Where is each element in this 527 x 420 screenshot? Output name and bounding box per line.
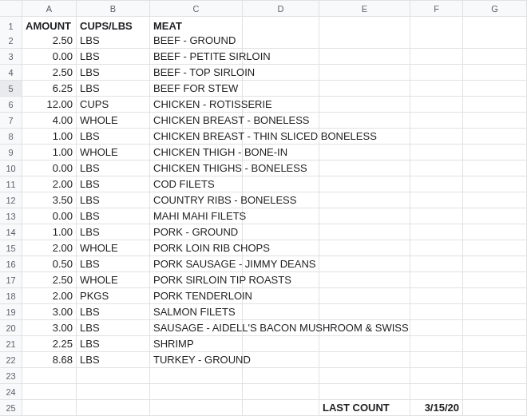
cell-meat[interactable]: PORK - GROUND: [150, 224, 243, 240]
cell-empty[interactable]: [319, 176, 410, 192]
cell-unit[interactable]: LBS: [77, 224, 150, 240]
column-header-c[interactable]: C: [150, 1, 243, 17]
cell-amount[interactable]: 8.68: [22, 352, 77, 368]
cell-meat[interactable]: CHICKEN THIGH - BONE-IN: [150, 145, 243, 160]
cell-empty[interactable]: [319, 352, 410, 368]
cell-meat[interactable]: CHICKEN - ROTISSERIE: [150, 97, 243, 113]
row-header-9[interactable]: 9: [0, 145, 22, 160]
cell-empty[interactable]: [410, 49, 463, 65]
cell-unit[interactable]: LBS: [77, 336, 150, 352]
cell-empty[interactable]: [319, 113, 410, 129]
column-header-d[interactable]: D: [243, 1, 319, 17]
cell-amount[interactable]: 12.00: [22, 97, 77, 113]
cell-empty[interactable]: [22, 368, 77, 384]
cell-amount[interactable]: 0.00: [22, 49, 77, 65]
cell-empty[interactable]: [463, 97, 527, 113]
cell-meat[interactable]: PORK LOIN RIB CHOPS: [150, 240, 243, 256]
cell-meat[interactable]: MAHI MAHI FILETS: [150, 208, 243, 224]
cell-unit[interactable]: LBS: [77, 176, 150, 192]
cell-empty[interactable]: [150, 368, 243, 384]
cell-amount[interactable]: 3.00: [22, 304, 77, 320]
cell-meat[interactable]: BEEF - TOP SIRLOIN: [150, 65, 243, 81]
cell-amount[interactable]: 2.50: [22, 272, 77, 288]
cell-empty[interactable]: [243, 384, 319, 400]
cell-empty[interactable]: [243, 81, 319, 97]
cell-empty[interactable]: [463, 81, 527, 97]
cell-empty[interactable]: [410, 384, 463, 400]
cell-empty[interactable]: [319, 256, 410, 272]
cell-empty[interactable]: [319, 272, 410, 288]
cell-meat[interactable]: PORK TENDERLOIN: [150, 288, 243, 304]
cell-empty[interactable]: [410, 192, 463, 208]
cell-empty[interactable]: [463, 256, 527, 272]
cell-empty[interactable]: [410, 33, 463, 49]
cell-empty[interactable]: [319, 224, 410, 240]
row-header-19[interactable]: 19: [0, 304, 22, 320]
cell-empty[interactable]: [463, 65, 527, 81]
cell-empty[interactable]: [319, 81, 410, 97]
cell-amount[interactable]: 3.50: [22, 192, 77, 208]
cell-unit[interactable]: LBS: [77, 49, 150, 65]
cell-empty[interactable]: [410, 240, 463, 256]
cell-empty[interactable]: [463, 208, 527, 224]
cell-empty[interactable]: [22, 400, 77, 416]
cell-empty[interactable]: [410, 336, 463, 352]
cell-empty[interactable]: [319, 368, 410, 384]
cell-empty[interactable]: [463, 368, 527, 384]
cell-unit[interactable]: LBS: [77, 81, 150, 97]
cell-empty[interactable]: [463, 288, 527, 304]
row-header-3[interactable]: 3: [0, 49, 22, 65]
cell-amount[interactable]: 1.00: [22, 224, 77, 240]
cell-empty[interactable]: [243, 288, 319, 304]
cell-meat[interactable]: COD FILETS: [150, 176, 243, 192]
cell-empty[interactable]: [463, 129, 527, 145]
cell-empty[interactable]: [463, 352, 527, 368]
row-header-12[interactable]: 12: [0, 192, 22, 208]
cell-unit[interactable]: PKGS: [77, 288, 150, 304]
cell-empty[interactable]: [463, 176, 527, 192]
select-all-corner[interactable]: [0, 1, 22, 17]
cell-empty[interactable]: [463, 113, 527, 129]
cell-empty[interactable]: [410, 160, 463, 176]
cell-empty[interactable]: [243, 352, 319, 368]
row-header-21[interactable]: 21: [0, 336, 22, 352]
spreadsheet-grid[interactable]: ABCDEFG1AMOUNTCUPS/LBSMEAT22.50LBSBEEF -…: [0, 0, 527, 416]
cell-empty[interactable]: [243, 336, 319, 352]
cell-empty[interactable]: [410, 256, 463, 272]
cell-empty[interactable]: [243, 400, 319, 416]
cell-empty[interactable]: [463, 160, 527, 176]
row-header-5[interactable]: 5: [0, 81, 22, 97]
cell-empty[interactable]: [319, 97, 410, 113]
cell-empty[interactable]: [463, 336, 527, 352]
cell-empty[interactable]: [319, 192, 410, 208]
cell-amount[interactable]: 1.00: [22, 129, 77, 145]
cell-empty[interactable]: [410, 304, 463, 320]
cell-empty[interactable]: [319, 288, 410, 304]
cell-amount[interactable]: 2.00: [22, 288, 77, 304]
cell-unit[interactable]: WHOLE: [77, 145, 150, 160]
cell-amount[interactable]: 6.25: [22, 81, 77, 97]
cell-meat[interactable]: BEEF - PETITE SIRLOIN: [150, 49, 243, 65]
cell-unit[interactable]: LBS: [77, 208, 150, 224]
row-header-23[interactable]: 23: [0, 368, 22, 384]
cell-empty[interactable]: [319, 304, 410, 320]
cell-amount[interactable]: 0.50: [22, 256, 77, 272]
cell-empty[interactable]: [410, 129, 463, 145]
row-header-22[interactable]: 22: [0, 352, 22, 368]
cell-unit[interactable]: WHOLE: [77, 113, 150, 129]
row-header-25[interactable]: 25: [0, 400, 22, 416]
cell-empty[interactable]: [410, 224, 463, 240]
cell-empty[interactable]: [410, 368, 463, 384]
cell-unit[interactable]: LBS: [77, 304, 150, 320]
cell-empty[interactable]: [243, 368, 319, 384]
cell-empty[interactable]: [463, 240, 527, 256]
row-header-6[interactable]: 6: [0, 97, 22, 113]
cell-empty[interactable]: [243, 176, 319, 192]
cell-amount[interactable]: 1.00: [22, 145, 77, 160]
cell-amount[interactable]: 2.00: [22, 176, 77, 192]
cell-meat[interactable]: SALMON FILETS: [150, 304, 243, 320]
cell-empty[interactable]: [77, 400, 150, 416]
row-header-24[interactable]: 24: [0, 384, 22, 400]
cell-empty[interactable]: [463, 304, 527, 320]
cell-empty[interactable]: [463, 33, 527, 49]
